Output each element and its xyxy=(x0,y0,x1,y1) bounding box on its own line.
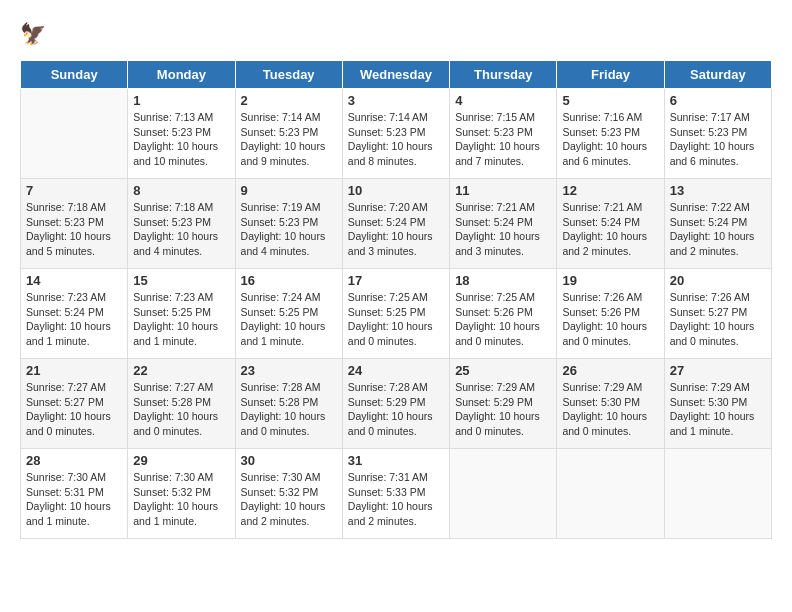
calendar-cell: 31 Sunrise: 7:31 AM Sunset: 5:33 PM Dayl… xyxy=(342,449,449,539)
calendar-cell: 2 Sunrise: 7:14 AM Sunset: 5:23 PM Dayli… xyxy=(235,89,342,179)
daylight-label: Daylight: 10 hours and 2 minutes. xyxy=(670,230,755,257)
day-number: 7 xyxy=(26,183,122,198)
daylight-label: Daylight: 10 hours and 0 minutes. xyxy=(348,320,433,347)
calendar-table: SundayMondayTuesdayWednesdayThursdayFrid… xyxy=(20,60,772,539)
day-number: 14 xyxy=(26,273,122,288)
daylight-label: Daylight: 10 hours and 8 minutes. xyxy=(348,140,433,167)
calendar-cell: 14 Sunrise: 7:23 AM Sunset: 5:24 PM Dayl… xyxy=(21,269,128,359)
day-number: 25 xyxy=(455,363,551,378)
daylight-label: Daylight: 10 hours and 4 minutes. xyxy=(133,230,218,257)
sunset-label: Sunset: 5:23 PM xyxy=(133,126,211,138)
daylight-label: Daylight: 10 hours and 3 minutes. xyxy=(348,230,433,257)
day-info: Sunrise: 7:20 AM Sunset: 5:24 PM Dayligh… xyxy=(348,200,444,259)
sunset-label: Sunset: 5:23 PM xyxy=(133,216,211,228)
day-info: Sunrise: 7:29 AM Sunset: 5:29 PM Dayligh… xyxy=(455,380,551,439)
day-number: 4 xyxy=(455,93,551,108)
calendar-cell: 19 Sunrise: 7:26 AM Sunset: 5:26 PM Dayl… xyxy=(557,269,664,359)
daylight-label: Daylight: 10 hours and 2 minutes. xyxy=(348,500,433,527)
sunrise-label: Sunrise: 7:28 AM xyxy=(241,381,321,393)
day-info: Sunrise: 7:23 AM Sunset: 5:25 PM Dayligh… xyxy=(133,290,229,349)
calendar-cell: 30 Sunrise: 7:30 AM Sunset: 5:32 PM Dayl… xyxy=(235,449,342,539)
daylight-label: Daylight: 10 hours and 2 minutes. xyxy=(241,500,326,527)
sunset-label: Sunset: 5:24 PM xyxy=(562,216,640,228)
sunrise-label: Sunrise: 7:30 AM xyxy=(241,471,321,483)
sunrise-label: Sunrise: 7:21 AM xyxy=(455,201,535,213)
svg-text:🦅: 🦅 xyxy=(20,21,47,47)
sunrise-label: Sunrise: 7:24 AM xyxy=(241,291,321,303)
day-number: 31 xyxy=(348,453,444,468)
calendar-cell: 12 Sunrise: 7:21 AM Sunset: 5:24 PM Dayl… xyxy=(557,179,664,269)
day-info: Sunrise: 7:17 AM Sunset: 5:23 PM Dayligh… xyxy=(670,110,766,169)
day-number: 11 xyxy=(455,183,551,198)
day-number: 13 xyxy=(670,183,766,198)
day-number: 1 xyxy=(133,93,229,108)
day-info: Sunrise: 7:21 AM Sunset: 5:24 PM Dayligh… xyxy=(455,200,551,259)
calendar-cell: 15 Sunrise: 7:23 AM Sunset: 5:25 PM Dayl… xyxy=(128,269,235,359)
sunrise-label: Sunrise: 7:13 AM xyxy=(133,111,213,123)
weekday-header-tuesday: Tuesday xyxy=(235,61,342,89)
calendar-cell: 5 Sunrise: 7:16 AM Sunset: 5:23 PM Dayli… xyxy=(557,89,664,179)
day-info: Sunrise: 7:18 AM Sunset: 5:23 PM Dayligh… xyxy=(26,200,122,259)
calendar-cell: 8 Sunrise: 7:18 AM Sunset: 5:23 PM Dayli… xyxy=(128,179,235,269)
sunset-label: Sunset: 5:24 PM xyxy=(348,216,426,228)
calendar-cell xyxy=(557,449,664,539)
calendar-cell: 22 Sunrise: 7:27 AM Sunset: 5:28 PM Dayl… xyxy=(128,359,235,449)
daylight-label: Daylight: 10 hours and 1 minute. xyxy=(241,320,326,347)
day-number: 3 xyxy=(348,93,444,108)
daylight-label: Daylight: 10 hours and 3 minutes. xyxy=(455,230,540,257)
calendar-cell: 20 Sunrise: 7:26 AM Sunset: 5:27 PM Dayl… xyxy=(664,269,771,359)
calendar-cell: 25 Sunrise: 7:29 AM Sunset: 5:29 PM Dayl… xyxy=(450,359,557,449)
sunset-label: Sunset: 5:23 PM xyxy=(241,216,319,228)
day-info: Sunrise: 7:25 AM Sunset: 5:26 PM Dayligh… xyxy=(455,290,551,349)
sunset-label: Sunset: 5:28 PM xyxy=(241,396,319,408)
day-info: Sunrise: 7:26 AM Sunset: 5:26 PM Dayligh… xyxy=(562,290,658,349)
day-number: 2 xyxy=(241,93,337,108)
sunrise-label: Sunrise: 7:18 AM xyxy=(26,201,106,213)
calendar-cell: 28 Sunrise: 7:30 AM Sunset: 5:31 PM Dayl… xyxy=(21,449,128,539)
day-info: Sunrise: 7:30 AM Sunset: 5:32 PM Dayligh… xyxy=(133,470,229,529)
calendar-cell: 23 Sunrise: 7:28 AM Sunset: 5:28 PM Dayl… xyxy=(235,359,342,449)
daylight-label: Daylight: 10 hours and 1 minute. xyxy=(670,410,755,437)
daylight-label: Daylight: 10 hours and 1 minute. xyxy=(26,320,111,347)
day-info: Sunrise: 7:29 AM Sunset: 5:30 PM Dayligh… xyxy=(562,380,658,439)
day-number: 20 xyxy=(670,273,766,288)
sunset-label: Sunset: 5:32 PM xyxy=(241,486,319,498)
sunrise-label: Sunrise: 7:23 AM xyxy=(133,291,213,303)
calendar-week-row: 28 Sunrise: 7:30 AM Sunset: 5:31 PM Dayl… xyxy=(21,449,772,539)
calendar-cell: 4 Sunrise: 7:15 AM Sunset: 5:23 PM Dayli… xyxy=(450,89,557,179)
sunrise-label: Sunrise: 7:15 AM xyxy=(455,111,535,123)
day-info: Sunrise: 7:15 AM Sunset: 5:23 PM Dayligh… xyxy=(455,110,551,169)
sunrise-label: Sunrise: 7:31 AM xyxy=(348,471,428,483)
sunset-label: Sunset: 5:30 PM xyxy=(562,396,640,408)
sunrise-label: Sunrise: 7:26 AM xyxy=(670,291,750,303)
sunrise-label: Sunrise: 7:21 AM xyxy=(562,201,642,213)
weekday-header-monday: Monday xyxy=(128,61,235,89)
calendar-cell: 11 Sunrise: 7:21 AM Sunset: 5:24 PM Dayl… xyxy=(450,179,557,269)
sunset-label: Sunset: 5:23 PM xyxy=(241,126,319,138)
sunrise-label: Sunrise: 7:25 AM xyxy=(455,291,535,303)
day-info: Sunrise: 7:19 AM Sunset: 5:23 PM Dayligh… xyxy=(241,200,337,259)
day-number: 23 xyxy=(241,363,337,378)
day-number: 21 xyxy=(26,363,122,378)
daylight-label: Daylight: 10 hours and 0 minutes. xyxy=(562,410,647,437)
daylight-label: Daylight: 10 hours and 2 minutes. xyxy=(562,230,647,257)
calendar-cell: 10 Sunrise: 7:20 AM Sunset: 5:24 PM Dayl… xyxy=(342,179,449,269)
sunrise-label: Sunrise: 7:17 AM xyxy=(670,111,750,123)
logo: 🦅 xyxy=(20,20,54,50)
sunrise-label: Sunrise: 7:27 AM xyxy=(26,381,106,393)
sunset-label: Sunset: 5:27 PM xyxy=(26,396,104,408)
weekday-header-sunday: Sunday xyxy=(21,61,128,89)
sunrise-label: Sunrise: 7:28 AM xyxy=(348,381,428,393)
calendar-cell: 29 Sunrise: 7:30 AM Sunset: 5:32 PM Dayl… xyxy=(128,449,235,539)
day-info: Sunrise: 7:30 AM Sunset: 5:31 PM Dayligh… xyxy=(26,470,122,529)
day-info: Sunrise: 7:23 AM Sunset: 5:24 PM Dayligh… xyxy=(26,290,122,349)
sunset-label: Sunset: 5:29 PM xyxy=(348,396,426,408)
day-number: 12 xyxy=(562,183,658,198)
sunrise-label: Sunrise: 7:25 AM xyxy=(348,291,428,303)
sunrise-label: Sunrise: 7:20 AM xyxy=(348,201,428,213)
day-number: 8 xyxy=(133,183,229,198)
calendar-cell xyxy=(664,449,771,539)
weekday-header-row: SundayMondayTuesdayWednesdayThursdayFrid… xyxy=(21,61,772,89)
daylight-label: Daylight: 10 hours and 4 minutes. xyxy=(241,230,326,257)
sunset-label: Sunset: 5:26 PM xyxy=(455,306,533,318)
